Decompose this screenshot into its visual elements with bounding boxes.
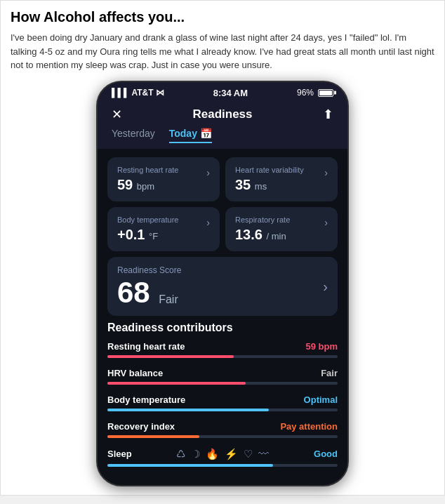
hrv-chevron: › xyxy=(324,167,328,178)
wifi-icon: ⋈ xyxy=(156,88,164,98)
score-number: 68 xyxy=(117,278,150,307)
contributor-recovery-bar xyxy=(107,435,199,438)
sleep-icons: ♺ ☽ 🔥 ⚡ ♡ 〰 xyxy=(176,448,269,460)
metrics-grid: Resting heart rate 59 bpm › Heart rate v… xyxy=(107,157,338,251)
resting-hr-value: 59 bpm xyxy=(117,177,178,193)
contributors-title: Readiness contributors xyxy=(107,321,338,334)
sleep-value: Good xyxy=(314,449,338,459)
hrv-content: Heart rate variability 35 ms xyxy=(235,166,304,193)
resting-hr-chevron: › xyxy=(206,167,210,178)
contributor-recovery-header: Recovery index Pay attention xyxy=(107,421,338,432)
resting-hr-label: Resting heart rate xyxy=(117,166,178,174)
resting-hr-content: Resting heart rate 59 bpm xyxy=(117,166,178,193)
article-body: I've been doing dry January and drank a … xyxy=(11,31,434,72)
contributor-resting-hr-name: Resting heart rate xyxy=(107,341,185,352)
body-temp-value: +0.1 °F xyxy=(117,227,178,243)
sleep-icon-1: ♺ xyxy=(176,448,185,460)
sleep-icon-6: 〰 xyxy=(258,448,269,460)
contributor-hrv: HRV balance Fair xyxy=(107,368,338,385)
sleep-bar-bg xyxy=(107,464,338,467)
contributor-recovery-value: Pay attention xyxy=(280,421,338,432)
score-qualifier: Fair xyxy=(159,293,178,305)
battery-icon xyxy=(318,89,333,97)
status-time: 8:34 AM xyxy=(213,88,248,98)
contributor-hrv-bar-bg xyxy=(107,382,338,385)
resting-heart-rate-card[interactable]: Resting heart rate 59 bpm › xyxy=(107,157,220,201)
app-content: Resting heart rate 59 bpm › Heart rate v… xyxy=(98,149,347,485)
contributor-body-temp-bar-bg xyxy=(107,409,338,411)
hrv-value: 35 ms xyxy=(235,177,304,193)
contributors-section: Readiness contributors Resting heart rat… xyxy=(107,321,338,467)
readiness-score-card[interactable]: Readiness Score 68 Fair › xyxy=(107,257,338,316)
sleep-icon-5: ♡ xyxy=(244,448,253,460)
resp-rate-card[interactable]: Respiratory rate 13.6 / min › xyxy=(225,207,338,251)
body-temp-content: Body temperature +0.1 °F xyxy=(117,215,178,243)
carrier-name: AT&T xyxy=(131,88,153,98)
contributor-sleep: Sleep ♺ ☽ 🔥 ⚡ ♡ 〰 Good xyxy=(107,448,338,467)
contributor-resting-hr: Resting heart rate 59 bpm xyxy=(107,341,338,358)
app-header: ✕ Readiness ⬆ xyxy=(98,101,347,128)
sleep-icon-3: 🔥 xyxy=(206,448,219,460)
resp-rate-unit: / min xyxy=(267,231,286,241)
contributor-hrv-header: HRV balance Fair xyxy=(107,368,338,378)
contributor-resting-hr-value: 59 bpm xyxy=(305,341,338,352)
article-title: How Alcohol affects you... xyxy=(11,9,434,25)
battery-fill xyxy=(319,91,332,95)
contributor-hrv-bar xyxy=(107,382,246,385)
contributor-resting-hr-bar xyxy=(107,355,234,358)
sleep-row: Sleep ♺ ☽ 🔥 ⚡ ♡ 〰 Good xyxy=(107,448,338,460)
contributor-body-temp-name: Body temperature xyxy=(107,394,185,405)
contributor-resting-hr-header: Resting heart rate 59 bpm xyxy=(107,341,338,352)
score-row: 68 Fair xyxy=(117,278,181,307)
readiness-title: Readiness xyxy=(192,107,252,121)
resp-rate-content: Respiratory rate 13.6 / min xyxy=(235,215,290,243)
sleep-icon-2: ☽ xyxy=(191,448,200,460)
contributor-hrv-value: Fair xyxy=(321,368,338,378)
score-content: Readiness Score 68 Fair xyxy=(117,265,181,307)
contributor-body-temp-value: Optimal xyxy=(304,394,338,405)
signal-bars: ▌▌▌ xyxy=(112,88,131,98)
contributor-hrv-name: HRV balance xyxy=(107,368,163,378)
hrv-card[interactable]: Heart rate variability 35 ms › xyxy=(225,157,338,201)
contributor-body-temp: Body temperature Optimal xyxy=(107,394,338,411)
contributor-recovery-name: Recovery index xyxy=(107,421,175,432)
score-label: Readiness Score xyxy=(117,265,181,275)
carrier-signal: ▌▌▌ AT&T ⋈ xyxy=(112,88,164,98)
hrv-unit: ms xyxy=(255,181,267,192)
contributor-recovery: Recovery index Pay attention xyxy=(107,421,338,438)
tab-yesterday[interactable]: Yesterday xyxy=(112,128,155,143)
contributor-body-temp-header: Body temperature Optimal xyxy=(107,394,338,405)
body-temp-label: Body temperature xyxy=(117,215,178,224)
contributor-resting-hr-bar-bg xyxy=(107,355,338,358)
sleep-label: Sleep xyxy=(107,449,132,459)
resp-rate-label: Respiratory rate xyxy=(235,215,290,224)
body-temp-chevron: › xyxy=(206,217,210,228)
sleep-icon-4: ⚡ xyxy=(225,448,238,460)
calendar-icon: 📅 xyxy=(200,128,212,139)
close-button[interactable]: ✕ xyxy=(112,107,122,122)
tab-today[interactable]: Today 📅 xyxy=(169,128,212,143)
resp-rate-chevron: › xyxy=(324,217,328,228)
resp-rate-value: 13.6 / min xyxy=(235,227,290,243)
battery-percentage: 96% xyxy=(297,88,314,98)
page-wrapper: How Alcohol affects you... I've been doi… xyxy=(0,0,445,496)
resting-hr-unit: bpm xyxy=(137,181,154,192)
contributor-recovery-bar-bg xyxy=(107,435,338,438)
score-chevron: › xyxy=(323,279,328,295)
share-button[interactable]: ⬆ xyxy=(323,107,333,122)
hrv-label: Heart rate variability xyxy=(235,166,304,174)
contributor-body-temp-bar xyxy=(107,409,269,411)
sleep-bar xyxy=(107,464,273,467)
phone-mockup: ▌▌▌ AT&T ⋈ 8:34 AM 96% ✕ Readiness ⬆ Yes… xyxy=(96,81,349,486)
body-temp-unit: °F xyxy=(149,231,158,241)
tabs-row: Yesterday Today 📅 xyxy=(98,128,347,149)
status-bar: ▌▌▌ AT&T ⋈ 8:34 AM 96% xyxy=(98,82,347,101)
body-temp-card[interactable]: Body temperature +0.1 °F › xyxy=(107,207,220,251)
status-right: 96% xyxy=(297,88,333,98)
